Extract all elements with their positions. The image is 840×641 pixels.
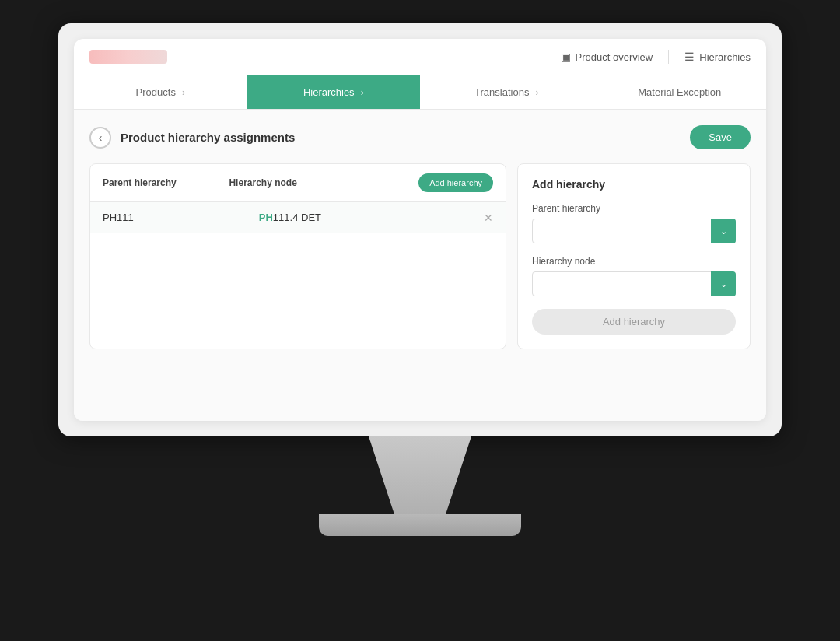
window-icon: ▣ <box>561 51 571 63</box>
save-button[interactable]: Save <box>690 125 751 149</box>
page-title: Product hierarchy assignments <box>121 131 295 144</box>
app-logo <box>89 50 167 64</box>
parent-hierarchy-value: PH111 <box>103 212 134 223</box>
hierarchy-node-select-wrapper: ⌄ <box>532 271 736 296</box>
step-translations[interactable]: Translations › <box>420 75 593 109</box>
hierarchy-node-group: Hierarchy node ⌄ <box>532 256 736 296</box>
header-nav: ▣ Product overview ☰ Hierarchies <box>561 50 751 64</box>
hierarchy-node-label: Hierarchy node <box>532 256 736 267</box>
parent-hierarchy-select-wrapper: ⌄ <box>532 219 736 243</box>
step-material-exception[interactable]: Material Exception <box>593 75 767 109</box>
step-hierarchies-arrow: › <box>361 87 364 98</box>
node-value: 111.4 DET <box>273 212 321 223</box>
product-overview-nav[interactable]: ▣ Product overview <box>561 51 653 63</box>
add-hierarchy-table-button[interactable]: Add hierarchy <box>418 173 493 192</box>
step-hierarchies[interactable]: Hierarchies › <box>247 75 421 109</box>
hierarchy-node-cell: PH111.4 DET ✕ <box>259 212 493 223</box>
parent-hierarchy-cell: PH111 <box>103 212 259 223</box>
table-row: PH111 PH111.4 DET ✕ <box>90 202 506 233</box>
parent-hierarchy-group: Parent hierarchy ⌄ <box>532 203 736 243</box>
page-header: ‹ Product hierarchy assignments Save <box>89 125 751 149</box>
main-content: ‹ Product hierarchy assignments Save Par… <box>74 110 766 421</box>
step-products-label: Products <box>136 86 176 98</box>
step-hierarchies-label: Hierarchies <box>303 86 355 98</box>
step-products[interactable]: Products › <box>74 75 247 109</box>
hierarchy-table-panel: Parent hierarchy Hierarchy node Add hier… <box>89 163 506 349</box>
list-icon: ☰ <box>684 51 695 63</box>
col-hierarchy-node: Hierarchy node <box>229 177 418 188</box>
page-header-left: ‹ Product hierarchy assignments <box>89 127 295 149</box>
stand-neck <box>334 436 506 514</box>
step-products-arrow: › <box>182 87 185 98</box>
nav-divider <box>668 50 669 64</box>
step-translations-arrow: › <box>535 87 538 98</box>
hierarchy-node-value: PH111.4 DET <box>259 212 321 223</box>
add-hierarchy-title: Add hierarchy <box>532 178 736 191</box>
parent-hierarchy-label: Parent hierarchy <box>532 203 736 214</box>
add-hierarchy-submit-button[interactable]: Add hierarchy <box>532 309 736 335</box>
delete-row-button[interactable]: ✕ <box>484 212 493 223</box>
stand-base <box>319 514 521 536</box>
content-grid: Parent hierarchy Hierarchy node Add hier… <box>89 163 751 349</box>
monitor-stand <box>58 436 782 536</box>
step-translations-label: Translations <box>474 86 529 98</box>
step-material-exception-label: Material Exception <box>638 86 721 98</box>
table-header: Parent hierarchy Hierarchy node Add hier… <box>90 164 506 202</box>
app-header: ▣ Product overview ☰ Hierarchies <box>74 39 766 75</box>
col-parent-hierarchy: Parent hierarchy <box>103 177 229 188</box>
node-prefix: PH <box>259 212 273 223</box>
step-nav: Products › Hierarchies › Translations › … <box>74 75 766 110</box>
back-button[interactable]: ‹ <box>89 127 111 149</box>
hierarchy-node-input[interactable] <box>532 271 736 296</box>
add-hierarchy-panel: Add hierarchy Parent hierarchy ⌄ Hierarc… <box>517 163 751 349</box>
hierarchies-nav[interactable]: ☰ Hierarchies <box>684 51 751 63</box>
parent-hierarchy-input[interactable] <box>532 219 736 243</box>
